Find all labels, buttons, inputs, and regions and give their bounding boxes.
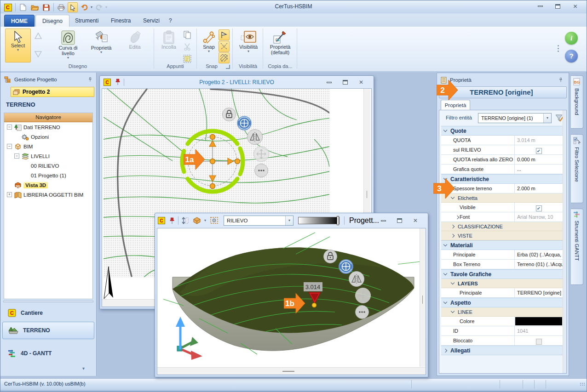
nav-terreno[interactable]: TERRENO: [2, 322, 94, 339]
nav-cantiere[interactable]: C Cantiere: [2, 305, 94, 321]
orientation-button[interactable]: [237, 116, 251, 130]
prop-row-sul-rilievo[interactable]: sul RILIEVO✔: [441, 145, 563, 155]
tab-strumenti[interactable]: Strumenti: [69, 15, 105, 27]
combo-caret[interactable]: ▾: [543, 114, 551, 123]
mirror-button[interactable]: [349, 272, 364, 287]
pin-icon[interactable]: [88, 76, 92, 83]
subsection-linee[interactable]: LINEE: [441, 307, 563, 317]
section-materiali[interactable]: Materiali: [441, 240, 563, 250]
section-tavole-grafiche[interactable]: Tavole Grafiche: [441, 269, 563, 279]
select-region-icon[interactable]: [210, 216, 219, 225]
prop-row-box-terreno[interactable]: Box TerrenoTerreno (01) (..\Acqu: [441, 260, 563, 269]
prop-row-grafica-quote[interactable]: Grafica quote...: [441, 165, 563, 174]
vertical-scrollbar[interactable]: [420, 228, 426, 367]
tab-strumenti-gantt[interactable]: Strumenti GANTT: [571, 209, 583, 285]
close-button[interactable]: ✕: [355, 79, 367, 85]
window-3d-toolbar[interactable]: C ▾ RILIEVO ▾ Progett... ✕: [155, 213, 428, 228]
pin-icon[interactable]: [558, 77, 563, 83]
layer-combobox[interactable]: RILIEVO ▾: [224, 216, 294, 226]
prop-row-font[interactable]: FontArial Narrow, 10: [441, 212, 563, 222]
subsection-etichetta[interactable]: Etichetta: [441, 193, 563, 203]
shading-gradient-slider[interactable]: [298, 217, 340, 224]
subsection-layers[interactable]: LAYERS: [441, 279, 563, 288]
proprieta-button[interactable]: Proprietà ▾: [88, 28, 115, 62]
prop-row-quota-zero[interactable]: QUOTA relativa allo ZERO0.000 m: [441, 155, 563, 165]
tab-servizi[interactable]: Servizi: [137, 15, 166, 27]
tab-disegno[interactable]: Disegno: [35, 15, 69, 27]
horizontal-scrollbar[interactable]: [157, 367, 426, 375]
tree-item-livelli[interactable]: − LIVELLI: [4, 151, 92, 161]
section-quote[interactable]: Quote: [441, 126, 563, 136]
gradient-slider-handle[interactable]: [337, 216, 339, 225]
select-button[interactable]: Select ▾: [5, 28, 31, 62]
prop-row-colore[interactable]: Colore: [441, 317, 563, 326]
subsection-viste[interactable]: VISTE: [441, 231, 563, 240]
tab-background[interactable]: BG Background: [571, 75, 583, 129]
prop-row-spessore[interactable]: Spessore terreno2.000 m: [441, 184, 563, 193]
window-2d-titlebar[interactable]: C Progetto 2 - LIVELLI: RILIEVO ✕: [100, 76, 374, 88]
tree-item-dati-terreno[interactable]: − Dati TERRENO: [4, 122, 92, 132]
level-height-icon[interactable]: [181, 216, 189, 225]
minimize-button[interactable]: [323, 79, 335, 85]
prop-row-layer-principale[interactable]: PrincipaleTERRENO [origine]: [441, 288, 563, 298]
nav-overflow-caret[interactable]: ▾: [82, 366, 85, 371]
prop-row-materiale-principale[interactable]: PrincipaleErba (02) (..\Acqua,: [441, 250, 563, 260]
snap-hatch-toggle[interactable]: [219, 52, 230, 63]
collapse-box[interactable]: −: [7, 144, 12, 149]
title-bar[interactable]: C ▾ ▾ CerTus-HSBIM ✕: [0, 0, 587, 13]
navigator-header[interactable]: Navigatore: [4, 113, 92, 122]
panel-splitter[interactable]: [3, 301, 93, 302]
prop-row-quota[interactable]: QUOTA3.014 m: [441, 136, 563, 145]
expand-box[interactable]: +: [7, 192, 12, 197]
tree-item-bim[interactable]: − BIM: [4, 142, 92, 151]
snap-intersection-toggle[interactable]: [219, 41, 230, 52]
minimize-button[interactable]: [534, 3, 547, 10]
line-color-swatch[interactable]: [515, 317, 562, 325]
close-button[interactable]: ✕: [569, 3, 582, 10]
lock-button[interactable]: [223, 108, 236, 121]
checkbox-unchecked[interactable]: [536, 339, 542, 345]
move-button[interactable]: [356, 288, 371, 303]
checkbox-checked[interactable]: ✔: [536, 205, 542, 211]
tree-item-libreria[interactable]: + LIBRERIA OGGETTI BIM: [4, 190, 92, 199]
solid-view-icon[interactable]: [192, 216, 202, 225]
combo-caret[interactable]: ▾: [285, 216, 293, 225]
curva-di-livello-button[interactable]: Curva di livello ▾: [52, 28, 84, 62]
info-button[interactable]: i: [565, 32, 578, 45]
prop-row-bloccato[interactable]: Bloccato: [441, 336, 563, 346]
tab-finestra[interactable]: Finestra: [104, 15, 137, 27]
close-button[interactable]: ✕: [409, 217, 421, 224]
vertical-scrollbar[interactable]: [563, 110, 566, 373]
tree-item-01-progetto[interactable]: 01 Progetto (1): [4, 170, 92, 180]
maximize-button[interactable]: [551, 3, 564, 10]
prop-row-visibile[interactable]: Visibile✔: [441, 203, 563, 212]
snap-button[interactable]: Snap ▾: [200, 28, 218, 62]
tree-item-opzioni[interactable]: Opzioni: [4, 132, 92, 142]
tab-help[interactable]: ?: [162, 15, 178, 27]
mirror-button[interactable]: [247, 130, 263, 145]
tab-proprieta[interactable]: Proprietà: [441, 100, 470, 110]
section-aspetto[interactable]: Aspetto: [441, 298, 563, 307]
minimize-button[interactable]: [377, 217, 389, 224]
section-caratteristiche[interactable]: Caratteristiche: [441, 174, 563, 184]
tab-filtro-selezione[interactable]: Filtro Selezione: [571, 134, 583, 203]
more-options-button[interactable]: [255, 164, 268, 177]
maximize-button[interactable]: [393, 217, 405, 224]
subsection-classificazione[interactable]: CLASSIFICAZIONE: [441, 222, 563, 231]
dropdown-caret[interactable]: ▾: [204, 219, 206, 222]
collapse-box[interactable]: −: [14, 153, 19, 159]
copy-button[interactable]: [182, 29, 193, 40]
lock-button[interactable]: [324, 250, 337, 263]
help-button[interactable]: ?: [565, 50, 578, 62]
prop-row-id[interactable]: ID1041: [441, 326, 563, 336]
proprieta-default-button[interactable]: D Proprietà (default): [265, 28, 295, 62]
entity-filter-combobox[interactable]: TERRENO [origine] (1) ▾: [478, 113, 552, 123]
resize-grip[interactable]: [580, 382, 585, 386]
tab-home[interactable]: HOME: [4, 15, 35, 27]
maximize-button[interactable]: [339, 79, 351, 85]
tree-item-vista-3d[interactable]: 3D Vista 3D: [4, 180, 92, 190]
collapse-box[interactable]: −: [7, 125, 12, 130]
project-root-item[interactable]: Progetto 2: [11, 87, 94, 97]
snap-flag-toggle[interactable]: [219, 29, 230, 40]
more-options-button[interactable]: [356, 306, 369, 319]
